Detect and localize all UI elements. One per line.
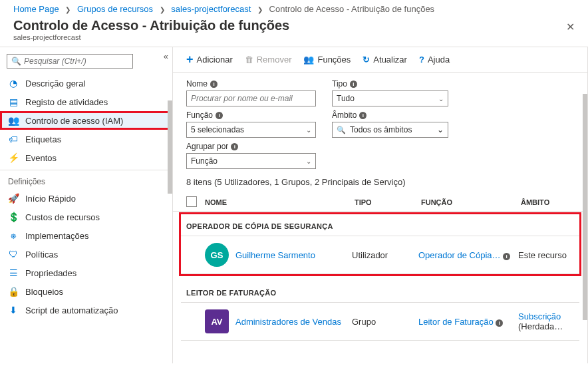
filter-role-label: Função [186,110,213,120]
chevron-right-icon: ❯ [160,6,165,13]
money-icon: 💲 [8,212,19,222]
add-button[interactable]: + Adicionar [186,53,233,67]
item-count: 8 itens (5 Utilizadores, 1 Grupos, 2 Pri… [173,173,587,194]
list-icon: ☰ [8,268,19,278]
nav-overview[interactable]: ◔ Descrição geral [0,74,172,92]
breadcrumb-home[interactable]: Home Page [13,4,59,14]
nav-locks[interactable]: 🔒 Bloqueios [0,282,172,301]
search-icon: 🔍 [337,126,346,134]
row-scope: Subscrição (Herdada… [518,311,574,331]
filter-scope-label: Âmbito [332,110,357,120]
nav-label: Eventos [25,153,57,163]
nav-iam[interactable]: 👥 Controlo de acesso (IAM) [0,111,172,130]
name-filter-input[interactable] [186,91,316,106]
nav-label: Implementações [25,231,88,241]
row-role-link[interactable]: Operador de Cópia… [418,250,501,260]
breadcrumb-project[interactable]: sales-projectforecast [171,4,251,14]
info-icon[interactable]: i [350,81,357,88]
scope-link[interactable]: Subscrição [518,311,561,321]
toolbar-label: Remover [257,55,292,65]
select-all-checkbox[interactable] [186,196,197,207]
rocket-icon: 🚀 [8,193,19,204]
collapse-icon[interactable]: « [164,51,168,61]
toolbar-label: Atualizar [373,55,407,65]
chevron-down-icon: ⌄ [437,125,444,134]
scope-value: Todos os âmbitos [350,125,433,134]
row-scope: Este recurso [518,250,574,260]
row-type: Utilizador [352,250,418,260]
nav-quickstart[interactable]: 🚀 Início Rápido [0,189,172,208]
info-icon[interactable]: i [496,319,503,327]
close-icon[interactable]: ✕ [566,18,575,36]
policy-icon: 🛡 [8,249,19,260]
breadcrumb-current: Controlo de Acesso - Atribuição de funçõ… [269,4,435,14]
type-select[interactable]: Tudo ⌄ [332,91,448,106]
nav-policies[interactable]: 🛡 Políticas [0,245,172,264]
chevron-right-icon: ❯ [257,6,263,13]
toolbar: + Adicionar 🗑 Remover 👥 Funções ↻ Atuali… [173,47,587,73]
help-icon: ? [419,55,424,65]
refresh-button[interactable]: ↻ Atualizar [363,55,407,65]
nav-properties[interactable]: ☰ Propriedades [0,264,172,282]
content-pane: + Adicionar 🗑 Remover 👥 Funções ↻ Atuali… [173,47,588,363]
role-value: 5 selecionadas [191,125,244,134]
nav-label: Propriedades [25,268,76,278]
role-select[interactable]: 5 selecionadas ⌄ [186,122,316,138]
row-type: Grupo [352,317,418,327]
log-icon: ▤ [8,96,19,107]
row-name-link[interactable]: Guilherme Sarmento [235,250,352,260]
nav-events[interactable]: ⚡ Eventos [0,148,172,167]
breadcrumb-rg[interactable]: Grupos de recursos [77,4,153,14]
info-icon[interactable]: i [359,112,367,119]
nav-label: Bloqueios [25,287,63,297]
nav-label: Registo de atividades [25,97,108,107]
toolbar-label: Adicionar [197,55,233,65]
info-icon[interactable]: i [503,253,510,260]
nav-costs[interactable]: 💲 Custos de recursos [0,208,172,226]
groupby-select[interactable]: Função ⌄ [186,153,316,169]
trash-icon: 🗑 [245,55,253,65]
info-icon[interactable]: i [210,81,218,88]
col-type[interactable]: TIPO [355,198,421,206]
sidebar-search[interactable]: 🔍 [7,54,133,69]
scope-suffix: (Herdada… [518,321,563,331]
breadcrumb: Home Page ❯ Grupos de recursos ❯ sales-p… [0,0,588,17]
col-name[interactable]: NOME [205,198,355,206]
group-header: OPERADOR DE CÓPIA DE SEGURANÇA [181,214,579,236]
nav-label: Descrição geral [25,79,85,89]
group-header: LEITOR DE FATURAÇÃO [181,281,579,302]
scrollbar[interactable] [168,100,172,194]
filter-groupby-label: Agrupar por [186,142,228,151]
col-role[interactable]: FUNÇÃO [421,198,521,206]
avatar: GS [205,243,229,267]
nav-section-header: Definições [0,170,172,189]
nav-label: Políticas [25,250,58,260]
table-row[interactable]: GS Guilherme Sarmento Utilizador Operado… [181,236,579,274]
col-scope[interactable]: ÂMBITO [521,198,574,206]
info-icon[interactable]: i [216,112,223,119]
nav-deployments[interactable]: ⎈ Implementações [0,226,172,245]
lock-icon: 🔒 [8,286,19,297]
nav-automation[interactable]: ⬇ Script de automatização [0,301,172,319]
sidebar-search-input[interactable] [24,57,128,66]
nav-tags[interactable]: 🏷 Etiquetas [0,130,172,148]
nav-activity[interactable]: ▤ Registo de atividades [0,92,172,111]
avatar: AV [205,309,229,333]
scope-input[interactable]: 🔍 Todos os âmbitos ⌄ [332,122,448,138]
help-button[interactable]: ? Ajuda [419,55,450,65]
roles-button[interactable]: 👥 Funções [303,55,351,65]
nav-label: Custos de recursos [25,212,100,222]
tag-icon: 🏷 [8,134,19,144]
remove-button[interactable]: 🗑 Remover [245,55,292,65]
scrollbar[interactable] [583,94,587,320]
name-filter-field[interactable] [191,94,311,103]
row-role: Leitor de Faturação i [418,317,518,327]
info-icon[interactable]: i [231,143,238,150]
people-icon: 👥 [8,115,19,126]
filter-name-label: Nome [186,79,208,89]
nav-label: Controlo de acesso (IAM) [25,116,123,126]
row-name-link[interactable]: Administradores de Vendas [235,317,352,327]
table-row[interactable]: AV Administradores de Vendas Grupo Leito… [181,302,579,341]
row-role-link[interactable]: Leitor de Faturação [418,317,494,327]
role-group-backup-operator: OPERADOR DE CÓPIA DE SEGURANÇA GS Guilhe… [181,214,579,274]
